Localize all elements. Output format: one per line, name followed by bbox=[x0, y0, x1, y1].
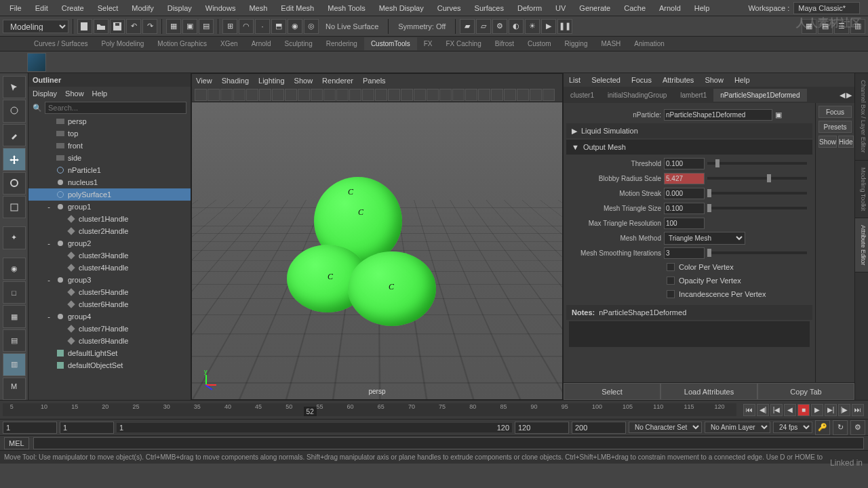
shelf-tab-fx-caching[interactable]: FX Caching bbox=[439, 37, 488, 50]
go-to-start-icon[interactable]: ⏮ bbox=[743, 404, 755, 416]
copy-tab-button[interactable]: Copy Tab bbox=[757, 383, 854, 400]
checkbox[interactable] bbox=[667, 290, 675, 298]
workspace-value[interactable]: Maya Classic* bbox=[793, 2, 860, 14]
viewport-tool-icon[interactable] bbox=[530, 89, 542, 101]
viewport-3d[interactable]: C C C C y persp bbox=[192, 102, 562, 399]
viewport-tool-icon[interactable] bbox=[272, 89, 284, 101]
menu-modify[interactable]: Modify bbox=[125, 1, 160, 15]
attr-slider[interactable] bbox=[707, 192, 807, 195]
notes-textarea[interactable] bbox=[569, 321, 810, 347]
command-input[interactable] bbox=[33, 437, 864, 449]
notes-header[interactable]: Notes: nParticleShape1Deformed bbox=[566, 305, 812, 320]
select-by-component-icon[interactable]: ▣ bbox=[182, 19, 197, 34]
viewport-tool-icon[interactable] bbox=[336, 89, 349, 101]
layout-persp-outliner-icon[interactable]: ▥ bbox=[3, 353, 26, 375]
menu-edit-mesh[interactable]: Edit Mesh bbox=[274, 1, 321, 15]
menu-curves[interactable]: Curves bbox=[431, 1, 468, 15]
lasso-tool-icon[interactable] bbox=[3, 100, 26, 122]
outliner-item[interactable]: cluster4Handle bbox=[28, 262, 191, 274]
time-ruler[interactable]: 52 5101520253035404550556065707580859095… bbox=[3, 403, 736, 416]
outliner-item[interactable]: cluster7Handle bbox=[28, 323, 191, 335]
layout-single-icon[interactable]: □ bbox=[3, 281, 26, 304]
section-liquid-simulation[interactable]: ▶ Liquid Simulation bbox=[566, 123, 812, 138]
outliner-item[interactable]: cluster8Handle bbox=[28, 335, 191, 347]
outliner-item[interactable]: persp bbox=[28, 115, 191, 127]
outliner-menu-show[interactable]: Show bbox=[65, 89, 84, 98]
snap-point-icon[interactable]: · bbox=[255, 19, 270, 34]
vp-menu-show[interactable]: Show bbox=[294, 77, 313, 85]
outliner-item[interactable]: defaultLightSet bbox=[28, 347, 191, 359]
focus-button[interactable]: Focus bbox=[818, 106, 852, 118]
step-back-key-icon[interactable]: ◀| bbox=[757, 404, 769, 416]
attr-menu-attributes[interactable]: Attributes bbox=[663, 76, 694, 84]
viewport-tool-icon[interactable] bbox=[323, 89, 336, 101]
cmd-language-label[interactable]: MEL bbox=[4, 437, 29, 449]
viewport-tool-icon[interactable] bbox=[349, 89, 361, 101]
outliner-item[interactable]: nucleus1 bbox=[28, 176, 191, 188]
redo-icon[interactable]: ↷ bbox=[142, 19, 157, 34]
tab-next-icon[interactable]: ▶ bbox=[846, 91, 852, 100]
scale-tool-icon[interactable] bbox=[3, 196, 26, 218]
play-forward-icon[interactable]: ▶ bbox=[811, 404, 823, 416]
go-to-end-icon[interactable]: ⏭ bbox=[852, 404, 864, 416]
rotate-tool-icon[interactable] bbox=[3, 172, 26, 195]
snap-grid-icon[interactable]: ⊞ bbox=[222, 19, 237, 34]
menu-arnold[interactable]: Arnold bbox=[652, 1, 688, 15]
menu-create[interactable]: Create bbox=[55, 1, 91, 15]
select-button[interactable]: Select bbox=[564, 383, 660, 400]
layout-outliner-icon[interactable]: ▤ bbox=[3, 329, 26, 352]
viewport-tool-icon[interactable] bbox=[298, 89, 310, 101]
section-output-mesh[interactable]: ▼ Output Mesh bbox=[566, 140, 812, 155]
viewport-tool-icon[interactable] bbox=[517, 89, 529, 101]
viewport-tool-icon[interactable] bbox=[362, 89, 374, 101]
anim-layer-dropdown[interactable]: No Anim Layer bbox=[705, 422, 770, 433]
load-attributes-button[interactable]: Load Attributes bbox=[660, 383, 757, 400]
tab-channel-box[interactable]: Channel Box / Layer Editor bbox=[855, 73, 868, 161]
playback-start-field[interactable] bbox=[60, 422, 114, 434]
character-set-dropdown[interactable]: No Character Set bbox=[629, 422, 702, 433]
attr-tab-lambert1[interactable]: lambert1 bbox=[673, 89, 713, 102]
attr-menu-help[interactable]: Help bbox=[734, 76, 750, 84]
attr-tab-cluster1[interactable]: cluster1 bbox=[564, 89, 601, 102]
attr-field[interactable] bbox=[664, 173, 705, 184]
viewport-tool-icon[interactable] bbox=[439, 89, 452, 101]
menu-surfaces[interactable]: Surfaces bbox=[468, 1, 511, 15]
outliner-menu-help[interactable]: Help bbox=[92, 89, 108, 98]
vp-menu-panels[interactable]: Panels bbox=[363, 77, 386, 85]
tab-prev-icon[interactable]: ◀ bbox=[840, 91, 845, 100]
shelf-tab-motion[interactable]: Motion Graphics bbox=[151, 37, 214, 50]
anim-start-field[interactable] bbox=[3, 422, 57, 434]
menu-help[interactable]: Help bbox=[688, 1, 717, 15]
viewport-tool-icon[interactable] bbox=[401, 89, 413, 101]
menu-cache[interactable]: Cache bbox=[617, 1, 652, 15]
outliner-item[interactable]: cluster2Handle bbox=[28, 225, 191, 237]
viewport-tool-icon[interactable] bbox=[233, 89, 245, 101]
step-forward-icon[interactable]: ▶| bbox=[825, 404, 837, 416]
play-backward-icon[interactable]: ◀ bbox=[784, 404, 796, 416]
viewport-tool-icon[interactable] bbox=[414, 89, 426, 101]
shelf-tab-mash[interactable]: MASH bbox=[594, 37, 627, 50]
menu-edit[interactable]: Edit bbox=[28, 1, 55, 15]
hypershade-icon[interactable]: ◐ bbox=[509, 19, 524, 34]
vp-menu-lighting[interactable]: Lighting bbox=[258, 77, 285, 85]
viewport-tool-icon[interactable] bbox=[491, 89, 503, 101]
tab-attribute-editor[interactable]: Attribute Editor bbox=[855, 218, 868, 273]
viewport-tool-icon[interactable] bbox=[311, 89, 323, 101]
menu-mesh[interactable]: Mesh bbox=[242, 1, 274, 15]
menu-mesh-display[interactable]: Mesh Display bbox=[372, 1, 431, 15]
attr-menu-list[interactable]: List bbox=[569, 76, 580, 84]
attr-slider[interactable] bbox=[707, 162, 807, 165]
vp-menu-renderer[interactable]: Renderer bbox=[322, 77, 353, 85]
vp-menu-shading[interactable]: Shading bbox=[222, 77, 249, 85]
attribute-editor-icon[interactable]: ▥ bbox=[850, 19, 865, 34]
outliner-item[interactable]: cluster6Handle bbox=[28, 298, 191, 310]
outliner-tree[interactable]: persptopfrontsidenParticle1nucleus1polyS… bbox=[28, 115, 191, 400]
viewport-tool-icon[interactable] bbox=[452, 89, 465, 101]
attr-field[interactable] bbox=[664, 203, 705, 214]
symmetry-label[interactable]: Symmetry: Off bbox=[393, 22, 451, 30]
channel-box-icon[interactable]: ☰ bbox=[834, 19, 849, 34]
select-by-object-icon[interactable]: ▦ bbox=[166, 19, 181, 34]
snap-plane-icon[interactable]: ⬒ bbox=[271, 19, 286, 34]
outliner-item[interactable]: -group3 bbox=[28, 274, 191, 286]
live-surface-label[interactable]: No Live Surface bbox=[320, 22, 384, 30]
